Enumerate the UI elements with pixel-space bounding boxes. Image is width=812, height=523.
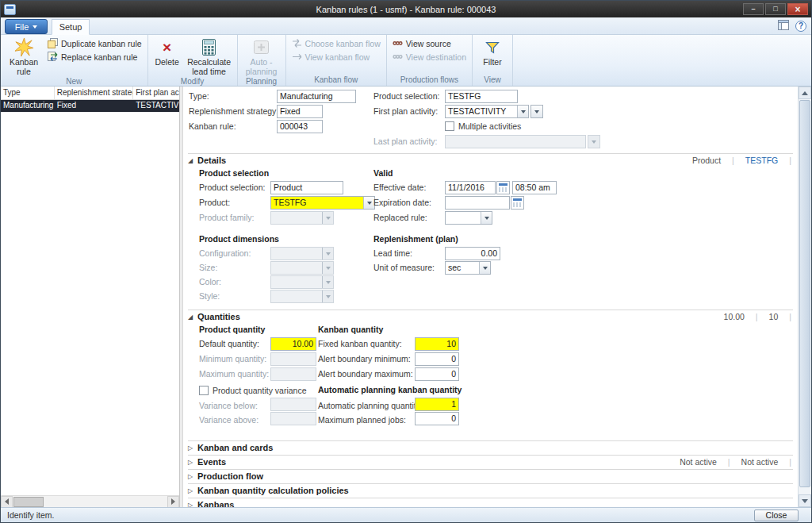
ribbon-tab-bar: File Setup	[1, 17, 811, 35]
field-minimum-quantity	[270, 352, 316, 366]
field-kanban-rule[interactable]: 000043	[277, 120, 323, 133]
scrollbar-thumb[interactable]	[13, 497, 44, 507]
delete-button[interactable]: × Delete	[151, 36, 183, 67]
section-details-header[interactable]: Details Product TESTFG	[188, 153, 793, 167]
calendar-icon[interactable]	[496, 181, 510, 194]
field-maximum-planned-jobs[interactable]: 0	[415, 412, 459, 425]
recalculate-lead-time-button[interactable]: Recalculate lead time	[185, 36, 234, 77]
ribbon-group-planning: Auto - planning Planning	[238, 35, 286, 86]
nodes-icon	[393, 38, 403, 50]
maximize-button[interactable]	[765, 3, 786, 15]
replace-kanban-rule-button[interactable]: Replace kanban rule	[45, 51, 144, 63]
summary-value: Not active	[680, 457, 717, 467]
group-heading-product-quantity: Product quantity	[199, 325, 265, 334]
combo-value: TESTFG	[271, 197, 363, 209]
field-alert-boundary-maximum[interactable]: 0	[415, 367, 459, 381]
form-vertical-scrollbar[interactable]	[798, 87, 811, 507]
separator	[789, 312, 791, 321]
section-summary: Not active Not active	[680, 457, 793, 467]
ribbon-group-production-flows: View source View destination Production …	[387, 35, 473, 86]
field-effective-time[interactable]: 08:50 am	[512, 181, 557, 194]
combo-replaced-rule[interactable]	[445, 211, 492, 225]
help-icon[interactable]	[795, 21, 806, 32]
combo-product[interactable]: TESTFG	[270, 196, 375, 210]
label-product-selection-header: Product selection:	[373, 91, 439, 101]
field-effective-date[interactable]: 11/1/2016	[445, 181, 496, 194]
expand-triangle-icon	[188, 459, 197, 466]
section-quantities-header[interactable]: Quantities 10.00 10	[188, 310, 793, 323]
minimize-button[interactable]	[743, 3, 764, 15]
column-header-type[interactable]: Type	[1, 87, 55, 99]
field-automatic-planning-quantity[interactable]: 1	[415, 398, 459, 411]
separator	[789, 156, 791, 165]
close-button[interactable]: Close	[754, 510, 799, 521]
field-variance-above	[270, 412, 316, 425]
expand-triangle-icon	[188, 502, 197, 508]
view-source-button[interactable]: View source	[390, 37, 469, 50]
label-product-selection: Product selection:	[199, 183, 265, 192]
label-lead-time: Lead time:	[373, 248, 412, 258]
chevron-down-icon[interactable]	[363, 197, 374, 209]
ribbon-group-kanban-flow: Choose kanban flow View kanban flow Kanb…	[286, 35, 387, 86]
field-alert-boundary-minimum[interactable]: 0	[415, 352, 459, 366]
chevron-down-icon[interactable]	[481, 212, 492, 224]
group-label-modify: Modify	[151, 77, 234, 87]
duplicate-kanban-rule-button[interactable]: Duplicate kanban rule	[45, 37, 144, 50]
chevron-down-icon[interactable]	[517, 106, 528, 117]
kanban-rule-button[interactable]: Kanban rule	[4, 36, 44, 77]
scrollbar-thumb[interactable]	[799, 100, 810, 487]
file-menu-button[interactable]: File	[5, 19, 48, 34]
field-replenishment-strategy[interactable]: Fixed	[277, 105, 323, 118]
section-production-flow-header[interactable]: Production flow	[188, 469, 793, 483]
filter-button[interactable]: Filter	[476, 36, 509, 67]
field-product-selection[interactable]: Product	[270, 181, 343, 194]
ribbon-group-modify: × Delete Recalculate lead time Modify	[148, 35, 238, 86]
calculator-icon	[202, 37, 216, 58]
chevron-down-icon	[322, 290, 333, 302]
column-header-replenishment-strategy[interactable]: Replenishment strategy	[55, 87, 134, 99]
grid-row-selected[interactable]: Manufacturing Fixed TESTACTIVIT	[1, 100, 179, 112]
grid-horizontal-scrollbar[interactable]	[1, 495, 179, 507]
combo-unit-of-measure[interactable]: sec	[445, 261, 491, 275]
field-product-selection-header[interactable]: TESTFG	[445, 90, 518, 103]
section-kanbans-header[interactable]: Kanbans	[188, 498, 793, 507]
first-plan-activity-lookup-button[interactable]	[530, 105, 543, 118]
group-label-production-flows: Production flows	[390, 75, 469, 86]
grid-header: Type Replenishment strategy First plan a…	[1, 87, 179, 100]
field-type[interactable]: Manufacturing	[277, 90, 356, 103]
close-window-button[interactable]	[787, 3, 808, 15]
label-maximum-quantity: Maximum quantity:	[199, 369, 269, 379]
flow-arrows-icon	[292, 38, 302, 50]
label-style: Style:	[199, 291, 220, 301]
cell-type: Manufacturing	[1, 100, 55, 112]
scroll-down-icon[interactable]	[799, 494, 811, 507]
field-expiration-date[interactable]	[445, 196, 510, 210]
combo-value: sec	[446, 262, 479, 274]
scroll-left-icon[interactable]	[1, 496, 13, 508]
section-kanban-quantity-policies-header[interactable]: Kanban quantity calculation policies	[188, 483, 793, 497]
tab-setup[interactable]: Setup	[52, 19, 90, 35]
section-title: Production flow	[197, 471, 263, 481]
label-configuration: Configuration:	[199, 248, 251, 258]
label-unit-of-measure: Unit of measure:	[373, 263, 435, 272]
combo-first-plan-activity[interactable]: TESTACTIVITY	[445, 105, 529, 118]
column-header-first-plan-activity[interactable]: First plan ac	[133, 87, 179, 99]
section-events-header[interactable]: Events Not active Not active	[188, 455, 793, 468]
layout-icon[interactable]	[778, 20, 789, 32]
separator	[789, 457, 791, 467]
chevron-down-icon[interactable]	[479, 262, 490, 274]
label-minimum-quantity: Minimum quantity:	[199, 354, 266, 363]
product-quantity-variance-checkbox[interactable]	[199, 386, 209, 395]
section-kanban-and-cards-header[interactable]: Kanban and cards	[188, 440, 793, 454]
field-lead-time[interactable]: 0.00	[445, 247, 500, 260]
label-size: Size:	[199, 263, 217, 272]
multiple-activities-checkbox[interactable]	[445, 121, 454, 131]
field-fixed-kanban-quantity[interactable]: 10	[415, 337, 459, 351]
field-default-quantity[interactable]: 10.00	[270, 337, 316, 351]
group-heading-product-selection: Product selection	[199, 168, 269, 178]
ribbon: Kanban rule Duplicate kanban rule Replac…	[1, 35, 811, 87]
calendar-icon[interactable]	[511, 196, 524, 210]
scroll-right-icon[interactable]	[167, 496, 179, 508]
button-label: Choose kanban flow	[305, 39, 381, 48]
scroll-up-icon[interactable]	[799, 87, 811, 99]
